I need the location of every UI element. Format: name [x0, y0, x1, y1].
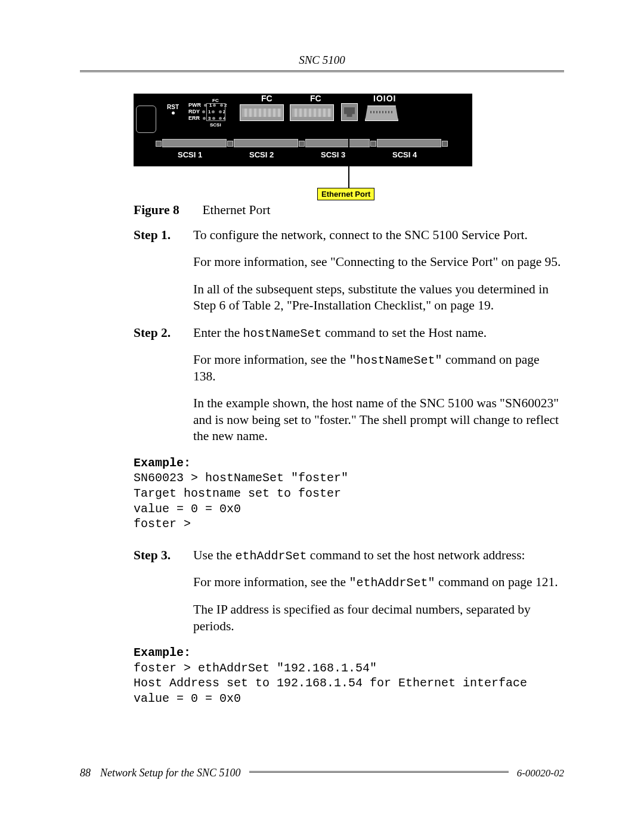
- scsi-port-2: [234, 139, 298, 147]
- header-product: SNC 5100: [80, 54, 564, 67]
- figure-diagram: RST FC PWR 1 2 RDY 1 2 ERR 3 4 SCSI FC 1…: [134, 94, 564, 166]
- step-3: Step 3. Use the ethAddrSet command to se…: [134, 547, 563, 634]
- figure-number: Figure 8: [134, 202, 199, 219]
- example-1: Example: SN60023 > hostNameSet "foster" …: [134, 456, 564, 532]
- step-1: Step 1. To configure the network, connec…: [134, 227, 563, 314]
- callout-line: [348, 122, 349, 189]
- scsi-port-3: [305, 139, 370, 147]
- ethernet-callout: Ethernet Port: [317, 188, 374, 200]
- step-1-label: Step 1.: [134, 227, 193, 314]
- step-2-p2: For more information, see the "hostNameS…: [193, 352, 563, 385]
- footer-section-title: Network Setup for the SNC 5100: [100, 767, 241, 779]
- scsi-port-4: [377, 139, 441, 147]
- device-edge-notch: [136, 106, 156, 133]
- step-3-p2: For more information, see the "ethAddrSe…: [193, 574, 563, 591]
- step-3-p3: The IP address is specified as four deci…: [193, 602, 563, 634]
- header-rule: [80, 70, 564, 72]
- device-panel: RST FC PWR 1 2 RDY 1 2 ERR 3 4 SCSI FC 1…: [134, 94, 472, 166]
- step-3-p1: Use the ethAddrSet command to set the ho…: [193, 547, 563, 564]
- step-2-p3: In the example shown, the host name of t…: [193, 395, 563, 445]
- figure-caption-row: Figure 8 Ethernet Port: [134, 202, 563, 219]
- label-ioioi: IOIOI: [373, 94, 396, 103]
- figure-caption: Ethernet Port: [202, 203, 270, 217]
- footer-rule: [249, 771, 509, 776]
- serial-port: [365, 106, 398, 121]
- step-2-label: Step 2.: [134, 325, 193, 445]
- page-footer: 88 Network Setup for the SNC 5100 6-0002…: [80, 767, 564, 779]
- ethernet-port: [341, 103, 358, 121]
- footer-doc-number: 6-00020-02: [517, 767, 564, 779]
- step-1-p3: In all of the subsequent steps, substitu…: [193, 281, 563, 314]
- step-2: Step 2. Enter the hostNameSet command to…: [134, 325, 563, 445]
- rst-label: RST: [167, 104, 179, 114]
- fc-port-1: [240, 104, 284, 121]
- scsi-port-1: [162, 139, 227, 147]
- fc-port-2: [290, 104, 334, 121]
- step-1-p1: To configure the network, connect to the…: [193, 227, 563, 244]
- step-2-p1: Enter the hostNameSet command to set the…: [193, 325, 563, 342]
- step-3-label: Step 3.: [134, 547, 193, 634]
- step-1-p2: For more information, see "Connecting to…: [193, 254, 563, 271]
- example-2: Example: foster > ethAddrSet "192.168.1.…: [134, 645, 564, 706]
- status-leds: FC PWR 1 2 RDY 1 2 ERR 3 4 SCSI: [188, 102, 227, 122]
- page-number: 88: [80, 767, 91, 779]
